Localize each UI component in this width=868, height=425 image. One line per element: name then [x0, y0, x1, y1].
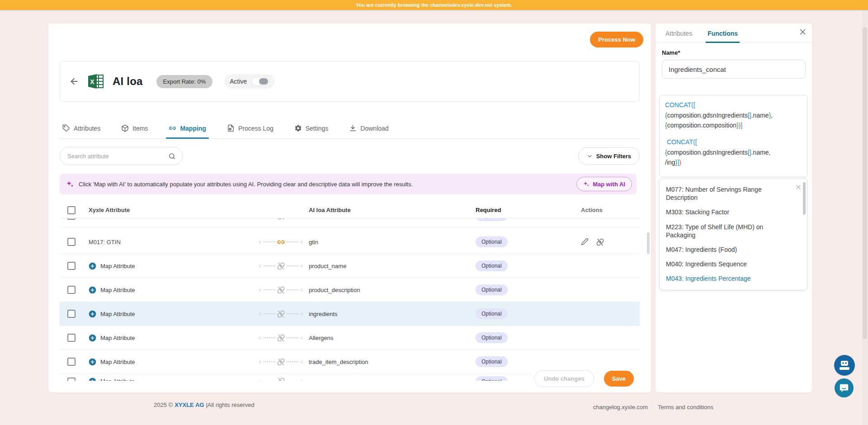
map-attribute-button[interactable]: Map Attribute: [100, 263, 135, 269]
ai-loa-attribute-label: Allergens: [309, 335, 333, 341]
table-scrollbar-thumb[interactable]: [647, 232, 650, 254]
excel-icon: X: [86, 72, 105, 90]
search-box: [60, 147, 183, 165]
tab-download[interactable]: Download: [346, 120, 391, 138]
mapping-connector: [255, 286, 307, 294]
unmapped-link-icon: [277, 286, 285, 294]
map-attribute-button[interactable]: Map Attribute: [100, 335, 135, 341]
ai-loa-attribute-label: gtin: [309, 239, 318, 246]
save-button[interactable]: Save: [604, 371, 634, 387]
search-icon[interactable]: [168, 152, 176, 160]
dropdown-item[interactable]: M039: Ingredients Name: [660, 286, 807, 291]
chat-support-button[interactable]: [835, 378, 854, 397]
add-mapping-icon[interactable]: [89, 378, 96, 381]
table-row[interactable]: Optional: [60, 218, 640, 228]
map-with-ai-button[interactable]: Map with AI: [576, 177, 632, 191]
ai-assistant-button[interactable]: [834, 355, 855, 376]
mapping-connector: [255, 238, 307, 246]
row-checkbox[interactable]: [67, 310, 75, 318]
active-toggle[interactable]: [251, 77, 269, 86]
dropdown-scrollbar-thumb[interactable]: [803, 182, 806, 215]
required-badge: Optional: [476, 218, 508, 221]
row-checkbox[interactable]: [67, 358, 75, 366]
environment-banner-text: You are currently browsing the channelsd…: [356, 2, 512, 8]
tab-attributes[interactable]: Attributes: [60, 120, 103, 138]
required-badge: Optional: [476, 356, 508, 367]
close-icon[interactable]: [799, 28, 807, 36]
map-attribute-button[interactable]: Map Attribute: [100, 359, 135, 365]
company-link[interactable]: XYXLE AG: [175, 401, 204, 408]
page-scrollbar-thumb[interactable]: [863, 27, 867, 339]
table-header: Xyxle Attribute AI loa Attribute Require…: [60, 202, 640, 218]
unlink-mapping-icon[interactable]: [596, 238, 604, 246]
table-row[interactable]: Map Attributeproduct_nameOptional: [60, 254, 640, 278]
required-badge: Optional: [476, 284, 508, 295]
active-label: Active: [230, 78, 247, 85]
table-row[interactable]: M017: GTINgtinOptional: [60, 230, 640, 254]
select-all-checkbox[interactable]: [67, 206, 75, 214]
panel-tabs: Attributes Functions: [656, 24, 812, 43]
dropdown-item[interactable]: M043: Ingredients Percentage: [660, 271, 807, 286]
add-mapping-icon[interactable]: [89, 358, 96, 366]
environment-banner: You are currently browsing the channelsd…: [0, 0, 868, 10]
dropdown-item[interactable]: M040: Ingredients Sequence: [660, 257, 807, 271]
table-toolbar: Show Filters: [60, 146, 640, 165]
edit-mapping-icon[interactable]: [581, 238, 589, 246]
channel-header: X AI loa Export Rate: 0% Active: [60, 61, 640, 102]
channel-title: AI loa: [113, 75, 143, 88]
required-badge: Optional: [476, 236, 508, 247]
process-now-button[interactable]: Process Now: [590, 32, 643, 47]
tab-items[interactable]: Items: [118, 120, 151, 138]
map-attribute-button[interactable]: Map Attribute: [100, 287, 135, 293]
search-input[interactable]: [67, 153, 165, 160]
row-checkbox[interactable]: [67, 334, 75, 342]
ai-banner-message: Click 'Map with AI' to automatically pop…: [79, 181, 572, 188]
dropdown-item[interactable]: M223: Type of Shelf Life (MHD) on Packag…: [660, 220, 807, 242]
function-name-input[interactable]: [669, 66, 799, 73]
row-checkbox[interactable]: [67, 218, 75, 220]
name-field: [662, 60, 806, 79]
row-checkbox[interactable]: [67, 238, 75, 246]
page-scrollbar[interactable]: [862, 10, 868, 425]
table-row[interactable]: Map AttributeingredientsOptional: [60, 302, 640, 326]
map-attribute-button[interactable]: Map Attribute: [100, 378, 135, 381]
tab-settings[interactable]: Settings: [292, 120, 331, 138]
back-icon[interactable]: [69, 76, 79, 86]
dropdown-item[interactable]: M077: Number of Servings Range Descripti…: [660, 182, 807, 205]
download-icon: [349, 124, 357, 132]
terms-link[interactable]: Terms and conditions: [658, 404, 713, 411]
dropdown-item[interactable]: M303: Stacking Factor: [660, 205, 807, 219]
show-filters-button[interactable]: Show Filters: [578, 147, 640, 165]
changelog-link[interactable]: changelog.xyxle.com: [593, 404, 648, 411]
partial-table-row: Optional: [60, 218, 640, 230]
channel-mapping-card: Process Now X AI loa Export Rate: 0% Act…: [48, 24, 651, 392]
panel-tab-attributes[interactable]: Attributes: [665, 30, 692, 42]
column-actions: Actions: [574, 207, 640, 213]
row-checkbox[interactable]: [67, 262, 75, 270]
close-icon[interactable]: [795, 184, 802, 190]
map-attribute-button[interactable]: Map Attribute: [100, 311, 135, 317]
unmapped-link-icon: [277, 262, 285, 270]
card-actions: Undo changes Save: [531, 370, 634, 387]
tab-process-log[interactable]: Process Log: [224, 120, 276, 138]
table-row[interactable]: Map Attributeproduct_descriptionOptional: [60, 278, 640, 302]
table-row[interactable]: Map AttributeAllergensOptional: [60, 326, 640, 350]
row-checkbox[interactable]: [67, 286, 75, 294]
add-mapping-icon[interactable]: [89, 286, 96, 294]
row-checkbox[interactable]: [67, 378, 75, 381]
add-mapping-icon[interactable]: [89, 262, 96, 270]
add-mapping-icon[interactable]: [89, 334, 96, 342]
footer-copyright: 2025 © XYXLE AG |All rights reserved: [154, 401, 255, 408]
box-icon: [121, 124, 129, 132]
panel-tab-functions[interactable]: Functions: [708, 30, 738, 42]
unmapped-link-icon: [277, 334, 285, 342]
attribute-dropdown-list: M077: Number of Servings Range Descripti…: [660, 182, 807, 290]
map-with-ai-banner: Click 'Map with AI' to automatically pop…: [60, 174, 637, 194]
tab-mapping[interactable]: Mapping: [166, 120, 209, 138]
undo-changes-button[interactable]: Undo changes: [534, 370, 594, 387]
formula-editor[interactable]: CONCAT([ {composition.gdsnIngredients[].…: [659, 95, 807, 177]
add-mapping-icon[interactable]: [89, 310, 96, 318]
channel-tabs: Attributes Items Mapping Process Log Set…: [60, 120, 640, 139]
table-body: OptionalM017: GTINgtinOptionalMap Attrib…: [60, 218, 640, 381]
dropdown-item[interactable]: M047: Ingredients (Food): [660, 242, 807, 257]
